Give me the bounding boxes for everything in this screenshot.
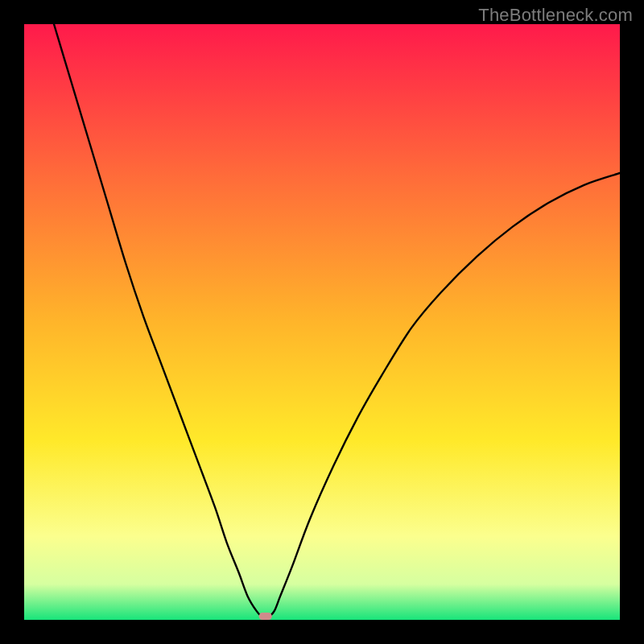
chart-background (24, 24, 620, 620)
watermark-text: TheBottleneck.com (478, 5, 633, 26)
plot-area (24, 24, 620, 620)
marker-dot (259, 613, 272, 620)
chart-svg (24, 24, 620, 620)
chart-frame: TheBottleneck.com (0, 0, 644, 644)
